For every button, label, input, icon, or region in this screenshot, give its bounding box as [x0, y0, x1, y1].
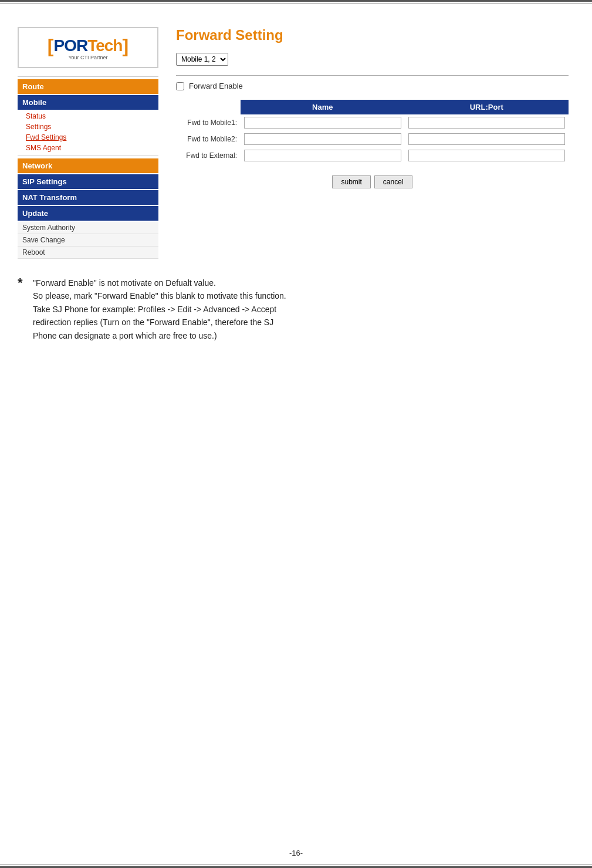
note-line3: Take SJ Phone for example: Profiles -> E…: [33, 305, 276, 314]
fwd-mobile2-url-input[interactable]: [408, 133, 566, 145]
sidebar-item-system-authority[interactable]: System Authority: [18, 222, 158, 234]
sidebar-item-fwd-settings[interactable]: Fwd Settings: [18, 132, 158, 143]
sidebar-item-reboot[interactable]: Reboot: [18, 246, 158, 259]
cancel-button[interactable]: cancel: [374, 175, 412, 188]
bottom-border: [0, 864, 592, 868]
fwd-table: Name URL:Port Fwd to Mobile1:: [176, 100, 569, 164]
sidebar: [ POR Tech ] Your CTI Partner Route Mobi…: [18, 27, 158, 259]
note-line5: Phone can designate a port which are fre…: [33, 331, 217, 340]
logo: [ POR Tech ] Your CTI Partner: [18, 27, 158, 68]
sidebar-item-status[interactable]: Status: [18, 111, 158, 121]
sidebar-item-update[interactable]: Update: [18, 206, 158, 221]
submit-button[interactable]: submit: [332, 175, 370, 188]
page-title: Forward Setting: [176, 27, 569, 43]
table-header-row: Name URL:Port: [176, 100, 569, 114]
fwd-mobile2-name-input[interactable]: [244, 133, 401, 145]
logo-bracket-left: [: [48, 35, 54, 57]
table-header-url: URL:Port: [405, 100, 569, 114]
mobile-select-row: Mobile 1, 2 Mobile 1 Mobile 2: [176, 53, 569, 66]
logo-bracket-right: ]: [122, 35, 128, 57]
fwd-mobile1-label: Fwd to Mobile1:: [176, 114, 241, 131]
table-row: Fwd to Mobile2:: [176, 131, 569, 147]
fwd-external-label: Fwd to External:: [176, 147, 241, 164]
note-asterisk: *: [18, 276, 23, 289]
sidebar-item-network[interactable]: Network: [18, 158, 158, 173]
forward-enable-checkbox[interactable]: [176, 82, 184, 90]
sidebar-item-nat-transform[interactable]: NAT Transform: [18, 190, 158, 205]
fwd-mobile2-label: Fwd to Mobile2:: [176, 131, 241, 147]
fwd-mobile1-name-cell: [241, 114, 405, 131]
table-row: Fwd to External:: [176, 147, 569, 164]
fwd-mobile1-url-cell: [405, 114, 569, 131]
table-header-name: Name: [241, 100, 405, 114]
sidebar-divider-mid: [18, 156, 158, 156]
table-header-empty: [176, 100, 241, 114]
forward-enable-label: Forward Enable: [189, 82, 243, 90]
logo-tech: Tech: [87, 36, 122, 55]
note-line1: "Forward Enable" is not motivate on Defu…: [33, 278, 216, 288]
note-line2: So please, mark "Forward Enable" this bl…: [33, 291, 286, 300]
sidebar-item-mobile[interactable]: Mobile: [18, 95, 158, 110]
sidebar-item-sip-settings[interactable]: SIP Settings: [18, 174, 158, 189]
fwd-external-url-input[interactable]: [408, 150, 566, 161]
content-area: Forward Setting Mobile 1, 2 Mobile 1 Mob…: [170, 27, 574, 259]
button-row: submit cancel: [176, 175, 569, 188]
fwd-external-url-cell: [405, 147, 569, 164]
sidebar-item-sms-agent[interactable]: SMS Agent: [18, 143, 158, 153]
logo-por: POR: [54, 36, 88, 55]
table-row: Fwd to Mobile1:: [176, 114, 569, 131]
page-number: -16-: [0, 849, 592, 857]
forward-enable-row: Forward Enable: [176, 82, 569, 90]
fwd-mobile1-name-input[interactable]: [244, 117, 401, 129]
fwd-mobile2-url-cell: [405, 131, 569, 147]
sidebar-divider-top: [18, 76, 158, 77]
logo-tagline: Your CTI Partner: [68, 55, 107, 60]
note-line4: redirection replies (Turn on the "Forwar…: [33, 318, 273, 327]
content-divider-top: [176, 75, 569, 76]
sidebar-item-route[interactable]: Route: [18, 79, 158, 94]
note-section: * "Forward Enable" is not motivate on De…: [18, 276, 428, 342]
mobile-select[interactable]: Mobile 1, 2 Mobile 1 Mobile 2: [176, 53, 228, 66]
fwd-external-name-cell: [241, 147, 405, 164]
fwd-mobile2-name-cell: [241, 131, 405, 147]
fwd-external-name-input[interactable]: [244, 150, 401, 161]
note-text: "Forward Enable" is not motivate on Defu…: [33, 276, 428, 342]
sidebar-item-save-change[interactable]: Save Change: [18, 234, 158, 246]
sidebar-item-settings[interactable]: Settings: [18, 121, 158, 132]
fwd-mobile1-url-input[interactable]: [408, 117, 566, 129]
